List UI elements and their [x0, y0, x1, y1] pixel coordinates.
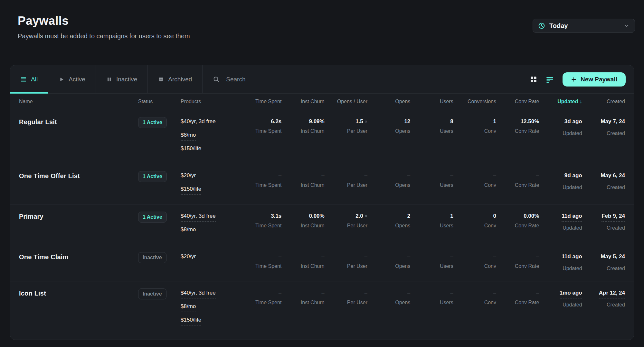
metric-label: Time Spent	[239, 128, 281, 134]
product-price[interactable]: $8/mo	[181, 226, 196, 235]
products-cell: $20/yr	[181, 253, 239, 271]
header-updated[interactable]: Updated ↓	[539, 99, 582, 105]
metric-label: Per User	[325, 128, 367, 134]
metric-label: Inst Churn	[281, 128, 324, 134]
metric-opens: –Opens	[367, 253, 410, 271]
metric-value[interactable]: 11d ago	[562, 213, 582, 222]
metric-label: Inst Churn	[281, 300, 324, 306]
metric-conversions: –Conv	[453, 172, 496, 195]
metric-value[interactable]: May 6, 24	[601, 172, 625, 181]
tab-active[interactable]: Active	[48, 65, 96, 93]
metric-value[interactable]: 11d ago	[562, 253, 582, 262]
metric-label: Users	[410, 300, 453, 306]
product-price[interactable]: $40/yr, 3d free	[181, 213, 216, 222]
metric-value: –	[365, 172, 367, 178]
status-cell: 1 Active	[138, 213, 181, 235]
products-cell: $20/yr$150/life	[181, 172, 239, 195]
list-view-icon[interactable]	[546, 76, 554, 83]
metric-conversions: –Conv	[453, 253, 496, 271]
header-conversions[interactable]: Conversions	[453, 99, 496, 105]
metric-value: –	[321, 172, 324, 178]
metric-label: Inst Churn	[281, 263, 324, 269]
header-opens[interactable]: Opens	[367, 99, 410, 105]
tab-archived[interactable]: Archived	[148, 65, 203, 93]
product-price[interactable]: $150/life	[181, 186, 201, 195]
metric-value: –	[407, 253, 410, 260]
metric-label: Users	[410, 223, 453, 229]
status-cell: 1 Active	[138, 118, 181, 154]
tab-inactive[interactable]: Inactive	[96, 65, 148, 93]
metric-value: 0	[493, 213, 496, 219]
table-row[interactable]: Primary1 Active$40/yr, 3d free$8/mo3.1sT…	[10, 204, 634, 245]
metric-time_spent: –Time Spent	[239, 172, 281, 195]
product-item: $40/yr, 3d free	[181, 213, 239, 222]
header-users[interactable]: Users	[410, 99, 453, 105]
status-badge: 1 Active	[138, 117, 167, 128]
metric-value: –	[493, 290, 496, 296]
play-icon	[59, 77, 64, 82]
product-price[interactable]: $8/mo	[181, 132, 196, 141]
table-header: Name Status Products Time Spent Inst Chu…	[10, 94, 634, 110]
metric-label: Per User	[325, 223, 367, 229]
product-price[interactable]: $150/life	[181, 145, 201, 154]
metric-per_user: –Per User	[325, 172, 367, 195]
archive-icon	[158, 77, 164, 82]
metric-value: –	[536, 290, 539, 296]
metric-value[interactable]: Feb 9, 24	[601, 213, 625, 222]
new-paywall-button[interactable]: New Paywall	[563, 72, 626, 87]
metric-label: Updated	[539, 266, 582, 271]
header-opens-user[interactable]: Opens / User	[325, 99, 367, 105]
product-price[interactable]: $8/mo	[181, 303, 196, 312]
metric-label: Users	[410, 128, 453, 134]
product-price[interactable]: $40/yr, 3d free	[181, 290, 216, 298]
metric-label: Created	[582, 225, 625, 231]
table-row[interactable]: One Time ClaimInactive$20/yr–Time Spent–…	[10, 245, 634, 281]
metric-value[interactable]: Apr 12, 24	[599, 290, 625, 298]
metric-conv_rate: –Conv Rate	[496, 172, 539, 195]
metric-value[interactable]: 3d ago	[564, 118, 582, 127]
product-item: $150/life	[181, 145, 239, 154]
metric-conv_rate: 0.00%Conv Rate	[496, 213, 539, 235]
metric-value[interactable]: May 7, 24	[601, 118, 625, 127]
date-filter-button[interactable]: Today	[533, 19, 635, 33]
search-icon	[213, 76, 220, 83]
metric-value[interactable]: 1mo ago	[560, 290, 582, 298]
metric-created: May 5, 24Created	[582, 253, 625, 271]
search-input[interactable]	[225, 76, 354, 83]
header-products[interactable]: Products	[181, 99, 239, 105]
chevron-down-icon	[624, 23, 630, 29]
product-price[interactable]: $40/yr, 3d free	[181, 118, 216, 127]
metric-inst_churn: 9.09%Inst Churn	[281, 118, 324, 154]
paywall-name: One Time Claim	[19, 253, 69, 260]
table-row[interactable]: One Time Offer List1 Active$20/yr$150/li…	[10, 164, 634, 204]
metric-users: –Users	[410, 172, 453, 195]
metric-opens: 12Opens	[367, 118, 410, 154]
metric-conversions: 1Conv	[453, 118, 496, 154]
metric-label: Updated	[539, 131, 582, 136]
metric-label: Per User	[325, 300, 367, 306]
grid-view-icon[interactable]	[530, 76, 537, 83]
header-name[interactable]: Name	[19, 99, 138, 105]
metric-conversions: –Conv	[453, 290, 496, 325]
header-time-spent[interactable]: Time Spent	[239, 99, 281, 105]
table-row[interactable]: Icon ListInactive$40/yr, 3d free$8/mo$15…	[10, 281, 634, 335]
product-price[interactable]: $150/life	[181, 317, 201, 325]
table-row[interactable]: Regular Lsit1 Active$40/yr, 3d free$8/mo…	[10, 110, 634, 164]
metric-value: 12	[404, 118, 410, 124]
name-cell: Regular Lsit	[19, 118, 138, 154]
header-status[interactable]: Status	[138, 99, 181, 105]
metric-opens: –Opens	[367, 172, 410, 195]
header-inst-churn[interactable]: Inst Churn	[281, 99, 324, 105]
tab-all[interactable]: All	[10, 65, 48, 93]
metric-value[interactable]: May 5, 24	[601, 253, 625, 262]
header-conv-rate[interactable]: Conv Rate	[496, 99, 539, 105]
metric-value[interactable]: 9d ago	[564, 172, 582, 181]
metric-value: 6.2s	[271, 118, 281, 124]
metric-time_spent: 6.2sTime Spent	[239, 118, 281, 154]
tab-bar: All Active Inactive Archived	[10, 65, 634, 94]
metric-opens: 2Opens	[367, 213, 410, 235]
product-price[interactable]: $20/yr	[181, 172, 196, 181]
metric-per_user: –Per User	[325, 253, 367, 271]
header-created[interactable]: Created	[582, 99, 625, 105]
product-price[interactable]: $20/yr	[181, 253, 196, 262]
